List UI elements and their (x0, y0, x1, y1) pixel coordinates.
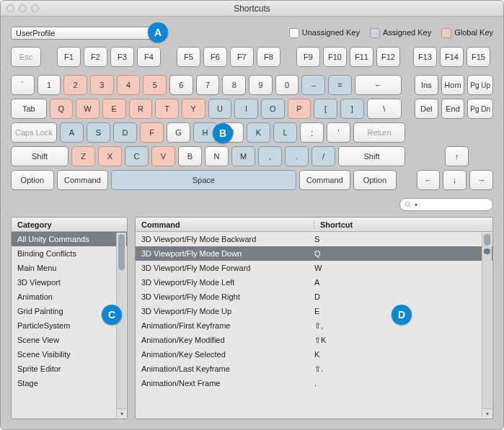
key-f13[interactable]: F13 (413, 47, 437, 67)
key-roption[interactable]: Option (353, 170, 397, 190)
key-6[interactable]: 6 (169, 75, 193, 95)
category-scroll-thumb[interactable] (118, 234, 125, 270)
command-row[interactable]: 3D Viewport/Fly Mode DownQ (136, 246, 492, 261)
key-lbracket[interactable]: [ (314, 99, 337, 119)
key-o[interactable]: O (261, 99, 285, 119)
key-f6[interactable]: F6 (203, 47, 227, 67)
key-f4[interactable]: F4 (137, 47, 161, 67)
key-e[interactable]: E (102, 99, 126, 119)
command-row[interactable]: Animation/Key Modified⇧K (136, 333, 492, 347)
key-c[interactable]: C (125, 146, 149, 166)
command-scroll-thumb-a[interactable] (484, 234, 490, 246)
key-rcommand[interactable]: Command (299, 170, 351, 190)
key-f5[interactable]: F5 (177, 47, 200, 67)
key-home[interactable]: Hom (441, 75, 465, 95)
command-row[interactable]: 3D Viewport/Fly Mode ForwardW (136, 261, 492, 275)
key-space[interactable]: Space (111, 170, 296, 190)
key-loption[interactable]: Option (11, 170, 54, 190)
command-scroll-thumb-b[interactable] (484, 248, 490, 254)
search-input[interactable]: ▾ (399, 198, 493, 211)
key-f7[interactable]: F7 (230, 47, 254, 67)
key-semicolon[interactable]: ; (300, 122, 324, 143)
key-period[interactable]: . (285, 146, 309, 166)
key-f15[interactable]: F15 (467, 47, 490, 67)
key-f9[interactable]: F9 (296, 47, 320, 67)
key-8[interactable]: 8 (222, 75, 246, 95)
key-n[interactable]: N (205, 146, 229, 166)
category-row[interactable]: Scene View (12, 333, 127, 347)
key-return[interactable]: Return (353, 122, 405, 143)
key-backtick[interactable]: ` (11, 75, 35, 95)
key-equals[interactable]: = (328, 75, 352, 95)
key-3[interactable]: 3 (90, 75, 114, 95)
key-y[interactable]: Y (182, 99, 205, 119)
key-7[interactable]: 7 (196, 75, 220, 95)
key-b[interactable]: B (178, 146, 202, 166)
command-row[interactable]: Animation/First Keyframe⇧, (136, 318, 492, 333)
category-list[interactable]: All Unity CommandsBinding ConflictsMain … (12, 232, 127, 418)
key-minus[interactable]: – (301, 75, 325, 95)
key-l[interactable]: L (273, 122, 297, 143)
category-row[interactable]: Animation (12, 290, 127, 304)
command-row[interactable]: Animation/Last Keyframe⇧. (136, 362, 492, 376)
category-row[interactable]: Binding Conflicts (12, 246, 127, 261)
key-f12[interactable]: F12 (376, 47, 400, 67)
key-f3[interactable]: F3 (110, 47, 134, 67)
key-s[interactable]: S (87, 122, 110, 143)
key-f14[interactable]: F14 (440, 47, 464, 67)
command-row[interactable]: 3D Viewport/Fly Mode BackwardS (136, 232, 492, 246)
command-row[interactable]: Animation/Key SelectedK (136, 347, 492, 362)
key-comma[interactable]: , (258, 146, 282, 166)
command-row[interactable]: 3D Viewport/Fly Mode LeftA (136, 275, 492, 290)
command-row[interactable]: Animation/Next Frame. (136, 376, 492, 390)
key-q[interactable]: Q (50, 99, 74, 119)
key-rbracket[interactable]: ] (340, 99, 364, 119)
key-g[interactable]: G (167, 122, 190, 143)
key-lcommand[interactable]: Command (57, 170, 109, 190)
key-v[interactable]: V (151, 146, 175, 166)
key-pgup[interactable]: Pg Up (467, 75, 493, 95)
command-list[interactable]: 3D Viewport/Fly Mode BackwardS3D Viewpor… (136, 232, 492, 418)
key-r[interactable]: R (129, 99, 153, 119)
key-slash[interactable]: / (311, 146, 335, 166)
category-scrollbar[interactable]: ▾ (116, 233, 126, 418)
scroll-down-icon[interactable]: ▾ (117, 408, 126, 418)
category-row[interactable]: Stage (12, 376, 127, 390)
key-backspace[interactable]: ← (355, 75, 402, 95)
key-2[interactable]: 2 (63, 75, 87, 95)
key-ins[interactable]: Ins (415, 75, 438, 95)
key-f10[interactable]: F10 (323, 47, 347, 67)
key-right[interactable]: → (469, 170, 493, 190)
key-f[interactable]: F (140, 122, 164, 143)
key-f2[interactable]: F2 (84, 47, 107, 67)
category-row[interactable]: Scene Visibility (12, 347, 127, 362)
key-t[interactable]: T (155, 99, 179, 119)
category-row[interactable]: Main Menu (12, 261, 127, 275)
key-capslock[interactable]: Caps Lock (11, 122, 57, 143)
key-9[interactable]: 9 (249, 75, 273, 95)
key-f1[interactable]: F1 (57, 47, 81, 67)
command-scrollbar[interactable]: ▾ (482, 233, 492, 418)
key-end[interactable]: End (441, 99, 465, 119)
key-down[interactable]: ↓ (443, 170, 467, 190)
key-z[interactable]: Z (71, 146, 95, 166)
scroll-down-icon[interactable]: ▾ (482, 408, 492, 418)
key-x[interactable]: X (98, 146, 122, 166)
key-d[interactable]: D (113, 122, 137, 143)
key-p[interactable]: P (288, 99, 311, 119)
key-m[interactable]: M (231, 146, 255, 166)
key-rshift[interactable]: Shift (338, 146, 405, 166)
key-1[interactable]: 1 (37, 75, 61, 95)
key-quote[interactable]: ' (327, 122, 350, 143)
key-a[interactable]: A (60, 122, 84, 143)
key-esc[interactable]: Esc (11, 47, 41, 67)
category-row[interactable]: All Unity Commands (12, 232, 127, 246)
key-pgdn[interactable]: Pg Dn (467, 99, 493, 119)
key-f8[interactable]: F8 (257, 47, 280, 67)
key-lshift[interactable]: Shift (11, 146, 68, 166)
key-del[interactable]: Del (415, 99, 438, 119)
key-left[interactable]: ← (417, 170, 441, 190)
key-w[interactable]: W (76, 99, 100, 119)
key-tab[interactable]: Tab (11, 99, 47, 119)
key-k[interactable]: K (247, 122, 270, 143)
